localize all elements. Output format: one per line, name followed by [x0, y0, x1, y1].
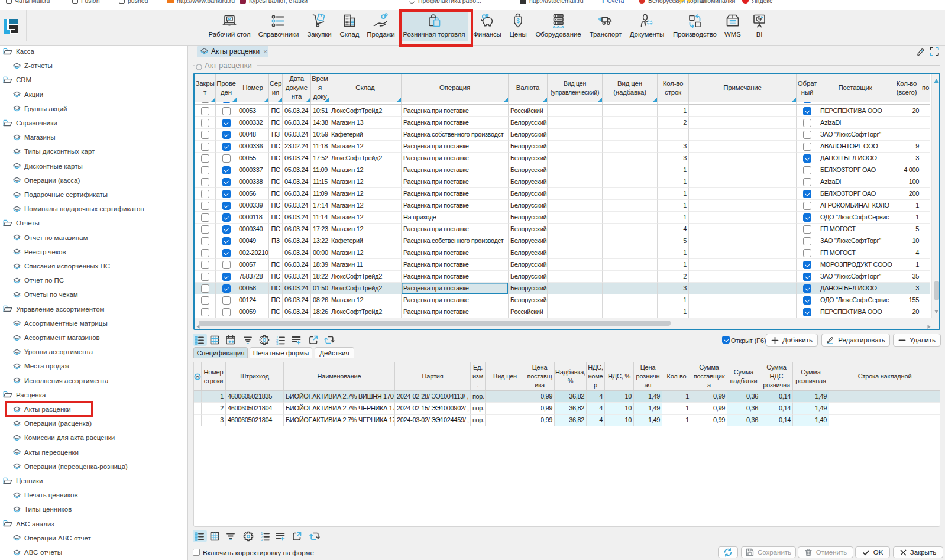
svg-text:$: $	[516, 18, 520, 24]
svg-text:3: 3	[261, 538, 263, 542]
svg-text:3: 3	[276, 342, 279, 345]
